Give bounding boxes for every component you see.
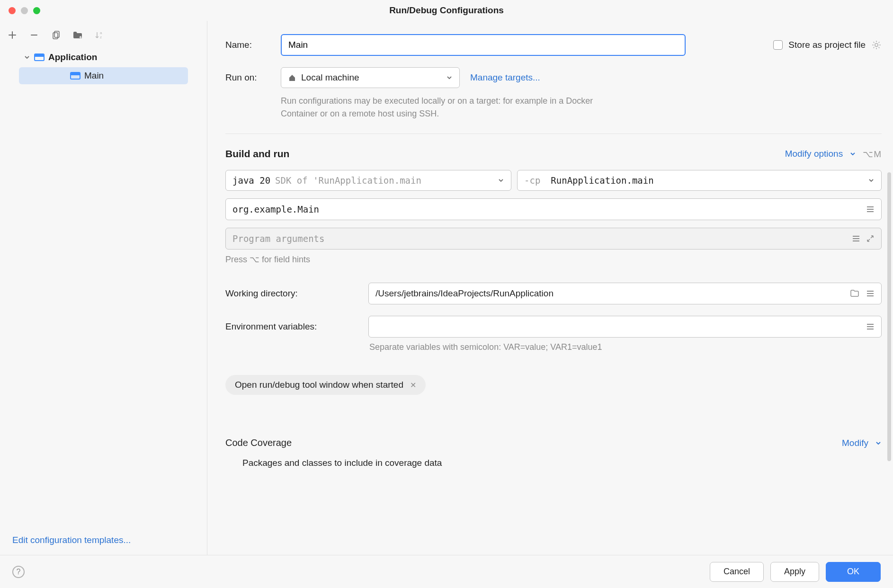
cp-value: RunApplication.main [551,175,653,186]
edit-templates-link[interactable]: Edit configuration templates... [12,535,131,545]
svg-rect-7 [867,211,874,212]
env-variables-label: Environment variables: [225,321,358,332]
cancel-button[interactable]: Cancel [710,562,764,582]
env-variables-hint: Separate variables with semicolon: VAR=v… [369,342,882,352]
modify-options-group: Modify options ⌥M [785,149,882,160]
coverage-modify-link[interactable]: Modify [842,438,868,448]
build-run-header: Build and run Modify options ⌥M [225,134,882,160]
code-coverage-header: Code Coverage Modify [225,437,882,448]
config-tree: Application Main [0,48,207,85]
svg-point-4 [875,44,878,46]
runon-value: Local machine [301,72,359,83]
svg-text:a: a [100,31,102,35]
tree-node-main[interactable]: Main [19,67,188,84]
svg-rect-1 [54,31,59,37]
svg-rect-10 [853,241,859,241]
tree-node-label: Application [48,52,97,62]
scrollbar[interactable] [887,172,891,461]
dialog-title: Run/Debug Configurations [0,5,893,16]
runon-row: Run on: Local machine Manage targets... [225,67,882,88]
runon-select[interactable]: Local machine [281,67,460,88]
main-panel: Name: Store as project file Run on: Loca… [207,21,893,555]
manage-targets-link[interactable]: Manage targets... [470,72,540,83]
chevron-down-icon [446,74,453,81]
sidebar: az Application Main Edit configuration t… [0,21,207,555]
titlebar: Run/Debug Configurations [0,0,893,21]
working-directory-value: /Users/jetbrains/IdeaProjects/RunApplica… [375,288,554,299]
main-class-value: org.example.Main [232,204,319,214]
dialog-body: az Application Main Edit configuration t… [0,21,893,555]
code-coverage-title: Code Coverage [225,437,292,448]
svg-rect-6 [867,209,874,210]
main-class-input[interactable]: org.example.Main [225,198,882,220]
store-as-project-file: Store as project file [773,40,882,50]
name-input[interactable] [281,34,686,56]
svg-rect-9 [853,238,859,239]
store-checkbox[interactable] [773,40,783,50]
chevron-down-icon [24,54,30,61]
application-icon [70,72,80,80]
sidebar-footer: Edit configuration templates... [0,535,207,555]
name-label: Name: [225,40,270,50]
chip-label: Open run/debug tool window when started [235,380,403,390]
svg-text:z: z [100,35,102,39]
sdk-select[interactable]: java 20 SDK of 'RunApplication.main [225,170,511,191]
svg-rect-15 [867,326,874,327]
program-arguments-hint: Press ⌥ for field hints [225,254,882,265]
gear-icon[interactable] [871,40,882,50]
sidebar-toolbar: az [0,27,207,48]
expand-icon[interactable] [866,234,875,243]
chevron-down-icon [875,440,882,446]
env-variables-input[interactable] [368,316,882,338]
add-config-button[interactable] [7,29,18,41]
dialog-footer: ? Cancel Apply OK [0,555,893,588]
sdk-hint: SDK of 'RunApplication.main [275,175,421,186]
build-run-title: Build and run [225,148,289,160]
working-directory-label: Working directory: [225,288,358,299]
svg-rect-14 [867,324,874,325]
program-arguments-input[interactable]: Program arguments [225,228,882,249]
folder-config-button[interactable] [72,29,83,41]
sdk-value: java 20 [232,175,270,186]
name-row: Name: Store as project file [225,34,882,56]
chevron-down-icon [849,151,856,157]
working-directory-row: Working directory: /Users/jetbrains/Idea… [225,283,882,304]
open-tool-window-chip[interactable]: Open run/debug tool window when started … [225,375,426,395]
sdk-classpath-row: java 20 SDK of 'RunApplication.main -cp … [225,170,882,191]
program-arguments-placeholder: Program arguments [232,233,324,244]
chevron-down-icon [498,177,504,184]
remove-config-button[interactable] [28,29,40,41]
help-button[interactable]: ? [12,566,25,578]
store-label: Store as project file [788,40,866,50]
svg-rect-13 [867,295,874,296]
runon-label: Run on: [225,72,270,83]
home-icon [288,73,296,82]
svg-rect-8 [853,236,859,237]
modify-options-link[interactable]: Modify options [785,149,843,159]
svg-rect-0 [53,33,58,39]
remove-chip-icon[interactable]: ✕ [410,381,416,390]
folder-icon[interactable] [850,289,859,298]
coverage-modify-group: Modify [842,438,882,448]
list-icon[interactable] [866,322,875,331]
working-directory-input[interactable]: /Users/jetbrains/IdeaProjects/RunApplica… [368,283,882,304]
tree-node-application[interactable]: Application [5,48,202,66]
svg-rect-11 [867,291,874,292]
apply-button[interactable]: Apply [770,562,819,582]
list-icon[interactable] [852,234,860,243]
cp-prefix: -cp [524,175,540,186]
dialog-window: Run/Debug Configurations az [0,0,893,588]
ok-button[interactable]: OK [826,562,881,582]
sort-config-button[interactable]: az [94,29,105,41]
list-icon[interactable] [866,289,875,298]
svg-rect-12 [867,293,874,294]
copy-config-button[interactable] [50,29,62,41]
modify-shortcut: ⌥M [863,149,882,160]
env-variables-row: Environment variables: [225,316,882,338]
list-icon[interactable] [866,205,875,214]
svg-rect-16 [867,329,874,330]
runon-hint: Run configurations may be executed local… [281,95,622,120]
tree-node-label: Main [84,71,104,81]
classpath-select[interactable]: -cp RunApplication.main [517,170,882,191]
chevron-down-icon [868,177,875,184]
